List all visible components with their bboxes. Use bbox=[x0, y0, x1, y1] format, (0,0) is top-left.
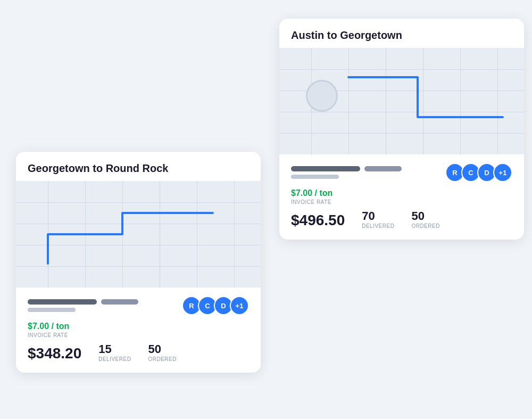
card-2-meta-row: R C D +1 bbox=[291, 163, 512, 182]
card-1-title: Georgetown to Round Rock bbox=[16, 152, 261, 181]
bar-short-2 bbox=[364, 166, 402, 171]
card-2-body: R C D +1 $7.00 / ton INVOICE RATE $496.5… bbox=[279, 154, 524, 240]
card-1-meta-row: R C D +1 bbox=[28, 296, 249, 315]
card-1-total: $348.20 bbox=[28, 345, 81, 362]
avatar-plus-1: +1 bbox=[230, 296, 249, 315]
card-2-delivered: 70 DELIVERED bbox=[362, 209, 394, 229]
card-1-map bbox=[16, 181, 261, 287]
card-1-stats: $348.20 15 DELIVERED 50 ORDERED bbox=[28, 342, 249, 362]
card-2-title: Austin to Georgetown bbox=[279, 19, 524, 48]
bar-long-1 bbox=[28, 299, 97, 305]
card-austin-georgetown[interactable]: Austin to Georgetown bbox=[279, 19, 524, 240]
card-1-ordered: 50 ORDERED bbox=[148, 342, 177, 362]
card-1-avatars: R C D +1 bbox=[182, 296, 249, 315]
card-1-invoice-label: INVOICE RATE bbox=[28, 332, 249, 338]
card-2-stats: $496.50 70 DELIVERED 50 ORDERED bbox=[291, 209, 512, 229]
bar-medium-1 bbox=[28, 308, 76, 312]
card-2-map bbox=[279, 48, 524, 154]
card-1-invoice-rate: $7.00 / ton bbox=[28, 322, 249, 331]
bar-long-2 bbox=[291, 166, 360, 171]
card-2-bars bbox=[291, 166, 445, 179]
card-2-avatars: R C D +1 bbox=[445, 163, 512, 182]
bar-medium-2 bbox=[291, 175, 339, 179]
card-2-total: $496.50 bbox=[291, 212, 345, 229]
card-georgetown-round-rock[interactable]: Georgetown to Round Rock bbox=[16, 152, 261, 373]
bar-short-1 bbox=[101, 299, 138, 305]
card-1-body: R C D +1 $7.00 / ton INVOICE RATE $348.2… bbox=[16, 287, 261, 373]
card-2-invoice-label: INVOICE RATE bbox=[291, 199, 512, 205]
avatar-plus-2: +1 bbox=[493, 163, 512, 182]
card-2-ordered: 50 ORDERED bbox=[411, 209, 440, 229]
card-1-delivered: 15 DELIVERED bbox=[98, 342, 131, 362]
card-1-bars bbox=[28, 299, 182, 312]
card-2-invoice-rate: $7.00 / ton bbox=[291, 188, 512, 198]
